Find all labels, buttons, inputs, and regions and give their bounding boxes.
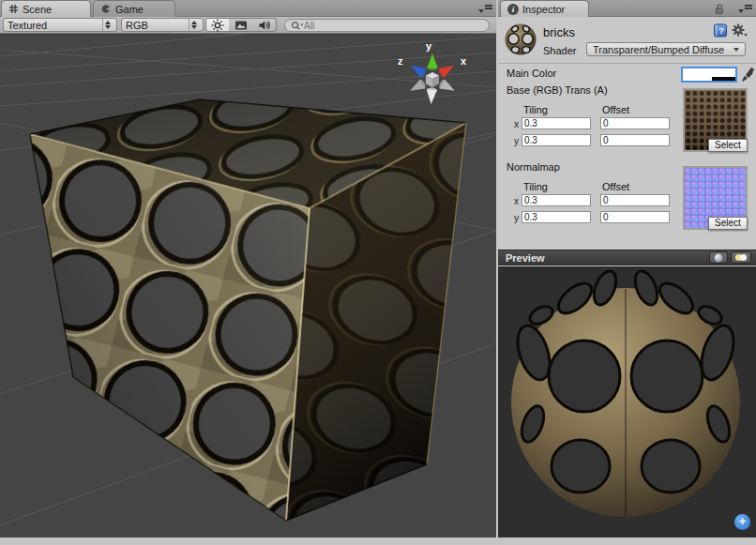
chevron-down-icon bbox=[733, 48, 739, 52]
two-lights-icon bbox=[734, 253, 748, 262]
info-icon: i bbox=[507, 4, 519, 15]
scene-orientation-gizmo[interactable]: y x z bbox=[386, 36, 479, 129]
tab-inspector-label: Inspector bbox=[522, 4, 565, 15]
color-mode-dropdown[interactable]: RGB bbox=[121, 18, 204, 32]
base-tiling-x-input[interactable] bbox=[522, 117, 591, 129]
normal-offset-x-input[interactable] bbox=[600, 194, 670, 206]
draw-mode-value: Textured bbox=[8, 20, 98, 31]
gizmo-center-cube[interactable] bbox=[426, 72, 439, 87]
shader-dropdown[interactable]: Transparent/Bumped Diffuse bbox=[586, 42, 746, 56]
scene-panel-menu-icon[interactable] bbox=[478, 4, 493, 14]
tab-inspector[interactable]: i Inspector bbox=[500, 0, 589, 17]
scene-grid-icon bbox=[8, 4, 19, 14]
search-icon bbox=[291, 21, 304, 31]
base-y-label: y bbox=[514, 136, 519, 146]
tab-game[interactable]: Game bbox=[93, 0, 175, 17]
updown-arrows-icon bbox=[189, 19, 199, 31]
base-offset-y-input[interactable] bbox=[600, 134, 670, 146]
audio-toggle-button[interactable] bbox=[252, 18, 277, 32]
speaker-icon bbox=[258, 19, 271, 32]
preview-shape-button[interactable] bbox=[709, 251, 728, 264]
scene-search-field[interactable] bbox=[284, 19, 490, 32]
textured-cube[interactable] bbox=[30, 99, 466, 521]
gear-icon[interactable] bbox=[732, 23, 748, 38]
base-tiling-y-input[interactable] bbox=[522, 134, 591, 146]
base-texture-select-button[interactable]: Select bbox=[708, 139, 748, 152]
tab-scene-label: Scene bbox=[23, 4, 52, 15]
base-tiling-label: Tiling bbox=[523, 104, 548, 115]
main-color-label: Main Color bbox=[507, 68, 556, 79]
gizmo-z-cone[interactable] bbox=[408, 61, 428, 79]
gizmo-z-label: z bbox=[398, 55, 403, 67]
normal-x-label: x bbox=[514, 196, 519, 206]
normal-tiling-label: Tiling bbox=[523, 181, 548, 192]
unity-editor-window: { "scene_panel": { "tabs": [ { "label": … bbox=[0, 0, 756, 545]
alpha-bar bbox=[683, 77, 735, 81]
gizmo-x-label: x bbox=[461, 55, 467, 67]
updown-arrows-icon bbox=[102, 19, 113, 31]
normal-y-label: y bbox=[514, 213, 519, 223]
gizmo-y-cone[interactable] bbox=[428, 53, 438, 69]
scene-panel: Scene Game Textured RGB bbox=[0, 0, 496, 537]
gizmo-x-cone[interactable] bbox=[437, 61, 457, 79]
normal-offset-label: Offset bbox=[602, 181, 629, 192]
normal-tiling-y-input[interactable] bbox=[522, 211, 591, 223]
base-offset-label: Offset bbox=[602, 104, 629, 115]
base-offset-x-input[interactable] bbox=[600, 117, 670, 129]
shader-label: Shader bbox=[543, 45, 576, 56]
scene-viewport[interactable]: y x z bbox=[0, 34, 496, 537]
preview-header[interactable]: Preview bbox=[498, 250, 756, 265]
normal-texture-select-button[interactable]: Select bbox=[708, 217, 748, 230]
search-input[interactable] bbox=[304, 21, 483, 31]
tab-game-label: Game bbox=[115, 4, 144, 15]
sun-icon bbox=[211, 19, 224, 32]
normal-offset-y-input[interactable] bbox=[600, 211, 670, 223]
shader-value: Transparent/Bumped Diffuse bbox=[593, 44, 724, 55]
material-preview-viewport[interactable]: + bbox=[498, 266, 756, 537]
base-map-label: Base (RGB) Trans (A) bbox=[507, 84, 608, 96]
main-color-swatch[interactable] bbox=[681, 67, 737, 83]
preview-sphere-render bbox=[498, 266, 756, 537]
material-preview-icon bbox=[504, 23, 537, 56]
scene-toolbar: Textured RGB bbox=[0, 17, 496, 34]
normal-texture-thumbnail[interactable]: Select bbox=[683, 166, 748, 230]
header-separator bbox=[498, 63, 756, 64]
inspector-tabbar: i Inspector bbox=[498, 0, 756, 17]
gizmo-y-label: y bbox=[426, 40, 432, 52]
render-mode-button[interactable] bbox=[229, 18, 253, 32]
add-button[interactable]: + bbox=[734, 514, 750, 530]
normal-tiling-x-input[interactable] bbox=[522, 194, 591, 206]
material-name: bricks bbox=[543, 25, 575, 39]
color-mode-value: RGB bbox=[126, 20, 185, 31]
base-texture-thumbnail[interactable]: Select bbox=[683, 88, 748, 152]
svg-text:?: ? bbox=[718, 26, 724, 36]
help-icon[interactable]: ? bbox=[714, 23, 727, 38]
game-icon bbox=[100, 4, 112, 14]
preview-lighting-button[interactable] bbox=[731, 251, 751, 264]
scene-tabbar: Scene Game bbox=[0, 0, 496, 17]
normalmap-label: Normalmap bbox=[507, 161, 560, 173]
preview-title: Preview bbox=[506, 252, 545, 264]
lighting-toggle-button[interactable] bbox=[205, 18, 230, 32]
inspector-panel-menu-icon[interactable] bbox=[738, 4, 753, 14]
tab-scene[interactable]: Scene bbox=[1, 0, 91, 17]
image-icon bbox=[234, 20, 248, 31]
eyedropper-icon[interactable] bbox=[741, 67, 754, 83]
lock-icon[interactable] bbox=[714, 3, 725, 15]
draw-mode-dropdown[interactable]: Textured bbox=[3, 18, 117, 32]
base-x-label: x bbox=[514, 119, 519, 129]
inspector-panel: i Inspector bricks Shader Transpar bbox=[498, 0, 756, 537]
sphere-icon bbox=[714, 253, 723, 263]
